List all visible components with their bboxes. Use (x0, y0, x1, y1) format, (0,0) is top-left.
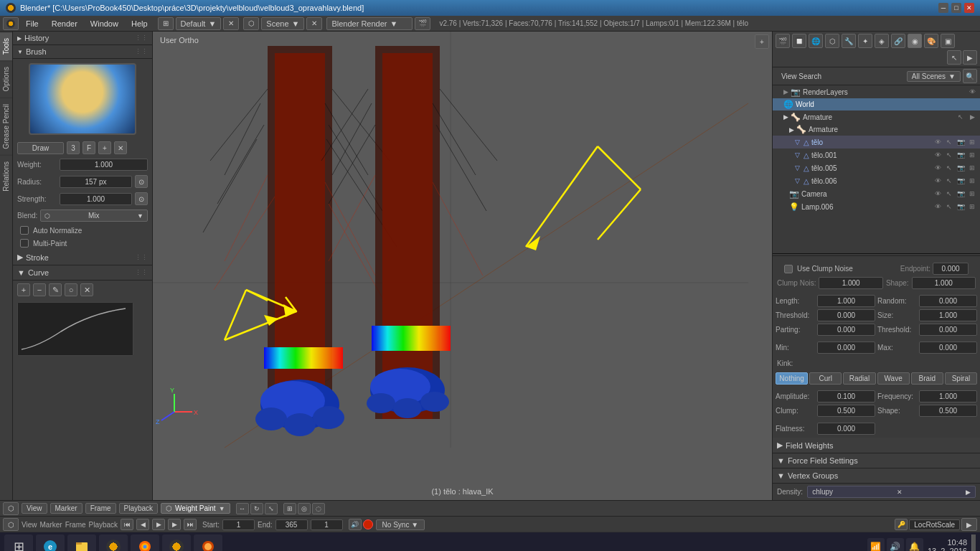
blend-selector[interactable]: ⬡ Mix ▼ (40, 209, 148, 222)
blender-menu-icon[interactable] (3, 17, 19, 30)
list-item[interactable]: 💡 Lamp.006 👁 ↖ 📷 ⊞ (773, 200, 980, 213)
paint-btn[interactable] (194, 534, 222, 552)
weight-input[interactable]: 1.000 (60, 159, 148, 171)
grid-camera-icon[interactable]: ⊞ (967, 189, 977, 199)
min-value[interactable]: 0.000 (817, 342, 875, 354)
scene-selector[interactable]: Scene ▼ (261, 17, 304, 30)
outliner-tool-3[interactable]: 🌐 (809, 34, 823, 48)
minimize-button[interactable]: ─ (938, 3, 948, 13)
size-value[interactable]: 1.000 (919, 309, 977, 321)
start-frame-input[interactable]: 1 (222, 519, 255, 530)
clump2-value[interactable]: 0.500 (817, 405, 875, 417)
right-arrow-icon-btn[interactable]: ▶ (963, 50, 977, 65)
keying-set-btn[interactable]: 🔑 (895, 519, 908, 530)
list-item[interactable]: ▽ △ tělo.001 👁 ↖ 📷 ⊞ (773, 149, 980, 161)
viewport[interactable]: User Ortho + (153, 32, 772, 500)
workspace-add[interactable]: ✕ (223, 17, 239, 30)
kink-braid-btn[interactable]: Braid (911, 372, 943, 385)
list-item[interactable]: 🌐 World (773, 98, 980, 110)
eye-telo006-icon[interactable]: 👁 (933, 176, 943, 186)
show-desktop-btn[interactable] (971, 534, 976, 552)
render-camera-icon[interactable]: 📷 (956, 189, 966, 199)
renderer-selector[interactable]: Blender Render ▼ (326, 17, 413, 30)
list-item[interactable]: ▽ △ tělo.005 👁 ↖ 📷 ⊞ (773, 161, 980, 174)
eye-telo001-icon[interactable]: 👁 (933, 150, 943, 160)
tab-view-search[interactable]: View Search (776, 71, 827, 82)
jump-start-btn[interactable]: ⏮ (121, 519, 133, 530)
draw-f-btn[interactable]: F (83, 141, 95, 154)
grid-telo006-icon[interactable]: ⊞ (967, 176, 977, 186)
clump-nois-value[interactable]: 1.000 (819, 277, 882, 289)
end-frame-input[interactable]: 365 (275, 519, 308, 530)
record-btn[interactable] (363, 519, 373, 529)
transform-scale-btn[interactable]: ⤡ (265, 503, 278, 514)
curve-reset-btn[interactable]: ○ (65, 283, 77, 296)
outliner-tool-4[interactable]: ⬡ (825, 34, 839, 48)
eye-icon[interactable]: 👁 (967, 87, 977, 97)
density-selector[interactable]: chlupy ✕ ▶ (807, 486, 976, 498)
draw-mode-field[interactable]: Draw (17, 142, 64, 154)
curve-add-btn[interactable]: + (17, 283, 30, 296)
outliner-tool-10[interactable]: 🎨 (924, 34, 938, 48)
radius-input[interactable]: 157 px (60, 176, 132, 188)
eye-camera-icon[interactable]: 👁 (933, 189, 943, 199)
viewport-corner-btn[interactable]: + (755, 34, 769, 49)
cursor-lamp-icon[interactable]: ↖ (944, 202, 954, 212)
vertex-groups-header[interactable]: ▼ Vertex Groups (773, 468, 980, 484)
draw-close-btn[interactable]: ✕ (114, 141, 127, 154)
flatness-value[interactable]: 0.000 (817, 423, 875, 435)
frame-btn[interactable]: Frame (85, 503, 116, 514)
curve-edit-btn[interactable]: ✎ (49, 283, 62, 296)
shape2-value[interactable]: 0.500 (919, 405, 977, 417)
tab-relations[interactable]: Relations (0, 155, 12, 197)
threshold-value[interactable]: 0.000 (817, 309, 875, 321)
render-menu[interactable]: Render (46, 18, 83, 29)
workspace-icon[interactable]: ⊞ (158, 17, 174, 30)
density-close-icon[interactable]: ✕ (897, 489, 903, 496)
kink-radial-btn[interactable]: Radial (843, 372, 875, 385)
cursor-telo-icon[interactable]: ↖ (944, 137, 954, 147)
cursor-telo006-icon[interactable]: ↖ (944, 176, 954, 186)
clump-noise-checkbox[interactable] (784, 265, 793, 273)
cursor-icon-btn[interactable]: ↖ (947, 50, 961, 65)
cursor-telo005-icon[interactable]: ↖ (944, 163, 954, 173)
strength-icon-btn[interactable]: ⊙ (135, 192, 148, 205)
workspace-selector[interactable]: Default ▼ (176, 17, 222, 30)
audio-btn[interactable]: 🔊 (349, 519, 362, 530)
scene-icon[interactable]: ⬡ (243, 17, 259, 30)
curve-section-header[interactable]: ▼ Curve ⋮⋮ (13, 265, 152, 281)
outliner-tool-9[interactable]: ◉ (908, 34, 922, 48)
threshold2-value[interactable]: 0.000 (919, 324, 977, 336)
scene-add[interactable]: ✕ (306, 17, 322, 30)
maximize-button[interactable]: □ (951, 3, 961, 13)
notification-icon[interactable]: 🔔 (906, 538, 923, 552)
snap2-btn[interactable]: ◎ (298, 503, 311, 514)
curve-close-btn[interactable]: ✕ (80, 283, 93, 296)
playback-btn-label[interactable]: Playback (119, 503, 159, 514)
snap-btn[interactable]: ⊞ (283, 503, 296, 514)
length-value[interactable]: 1.000 (817, 295, 875, 307)
start-btn[interactable]: ⊞ (4, 534, 33, 552)
sync-dropdown[interactable]: No Sync ▼ (376, 519, 425, 530)
help-menu[interactable]: Help (126, 18, 154, 29)
radius-icon-btn[interactable]: ⊙ (135, 175, 148, 188)
kink-curl-btn[interactable]: Curl (809, 372, 842, 385)
grid-telo005-icon[interactable]: ⊞ (967, 163, 977, 173)
curve-remove-btn[interactable]: − (33, 283, 46, 296)
transform-grab-btn[interactable]: ↔ (236, 503, 249, 514)
tab-grease-pencil[interactable]: Grease Pencil (0, 98, 12, 155)
close-button[interactable]: ✕ (964, 3, 974, 13)
proportional-btn[interactable]: ◌ (312, 503, 325, 514)
tab-options[interactable]: Options (0, 60, 12, 97)
search-icon-btn[interactable]: 🔍 (963, 69, 977, 83)
brush-section-header[interactable]: ▼ Brush ⋮⋮ (13, 45, 152, 59)
speaker-icon[interactable]: 🔊 (887, 538, 904, 552)
field-weights-header[interactable]: ▶ Field Weights (773, 438, 980, 453)
frequency-value[interactable]: 1.000 (919, 390, 977, 402)
kink-wave-btn[interactable]: Wave (877, 372, 910, 385)
all-scenes-selector[interactable]: All Scenes ▼ (907, 71, 961, 82)
draw-add-btn[interactable]: + (98, 141, 111, 154)
outliner-tool-1[interactable]: 🎬 (776, 34, 790, 48)
eye-telo005-icon[interactable]: 👁 (933, 163, 943, 173)
outliner-tool-11[interactable]: ▣ (941, 34, 955, 48)
